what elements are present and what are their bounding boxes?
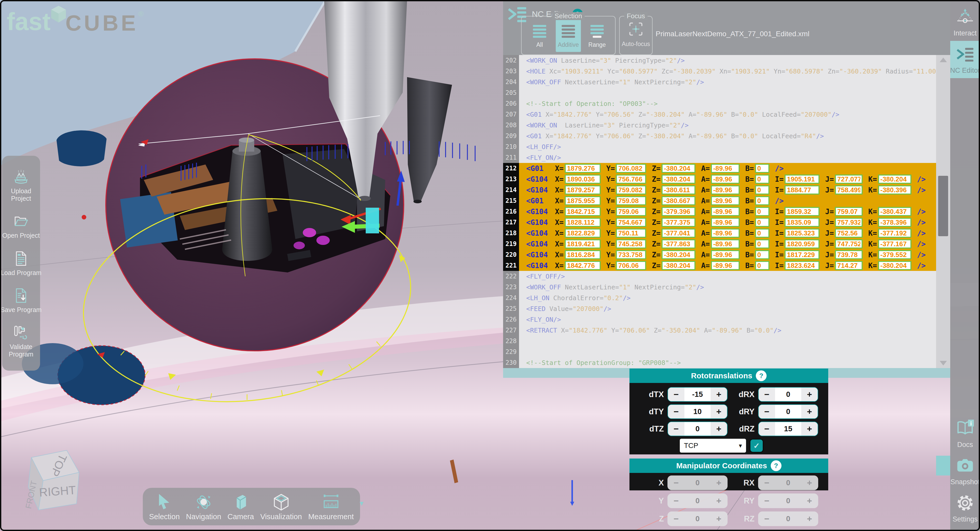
- tool-visualization[interactable]: Visualization: [260, 493, 302, 521]
- attribute-input-X-219[interactable]: [565, 239, 601, 249]
- code-line-221[interactable]: 221<G104X=Y=Z=A=B=I=J=K=/>: [503, 260, 936, 271]
- code-line-223[interactable]: 223<WORK_OFF NextLaserLine="1" NextPierc…: [503, 282, 936, 292]
- attribute-input-A-212[interactable]: [711, 164, 740, 173]
- button-open-project[interactable]: Open Project: [2, 213, 40, 239]
- stepper-value[interactable]: 0: [775, 405, 801, 418]
- attribute-input-Z-221[interactable]: [662, 261, 695, 270]
- code-line-213[interactable]: 213<G104X=Y=Z=A=B=I=J=K=/>: [503, 174, 936, 185]
- code-line-207[interactable]: 207<G01 X="1842.776" Y="706.56" Z="-380.…: [503, 109, 936, 120]
- attribute-input-J-218[interactable]: [835, 228, 863, 238]
- stepper-value[interactable]: 0: [775, 387, 801, 401]
- attribute-input-I-220[interactable]: [784, 250, 819, 259]
- help-icon[interactable]: ?: [771, 460, 781, 471]
- scroll-up-arrow-icon[interactable]: [940, 57, 947, 62]
- attribute-input-X-218[interactable]: [565, 228, 601, 238]
- code-line-205[interactable]: 205: [503, 88, 936, 98]
- button-upload-project[interactable]: Upload Project: [11, 168, 31, 202]
- increment-button[interactable]: +: [711, 422, 727, 435]
- attribute-input-K-218[interactable]: [878, 228, 912, 238]
- increment-button[interactable]: +: [801, 405, 818, 418]
- button-validate-program[interactable]: Validate Program: [9, 324, 33, 358]
- attribute-input-Z-213[interactable]: [662, 174, 695, 184]
- attribute-input-B-217[interactable]: [755, 218, 769, 227]
- attribute-input-B-218[interactable]: [755, 228, 769, 238]
- attribute-input-Z-214[interactable]: [662, 185, 695, 195]
- increment-button[interactable]: +: [711, 405, 727, 418]
- code-line-217[interactable]: 217<G104X=Y=Z=A=B=I=J=K=/>: [503, 217, 936, 228]
- sidebar-item-nc-editor[interactable]: NC Editor: [950, 41, 980, 78]
- code-line-204[interactable]: 204<WORK_OFF NextLaserLine="1" NextPierc…: [503, 77, 936, 88]
- attribute-input-I-213[interactable]: [784, 174, 819, 184]
- decrement-button[interactable]: −: [759, 422, 775, 435]
- attribute-input-K-220[interactable]: [878, 250, 912, 259]
- attribute-input-Y-216[interactable]: [616, 207, 646, 216]
- attribute-input-A-217[interactable]: [711, 218, 740, 227]
- sidebar-item-snapshot[interactable]: Snapshot: [950, 452, 980, 490]
- code-line-229[interactable]: 229: [503, 346, 936, 357]
- code-line-220[interactable]: 220<G104X=Y=Z=A=B=I=J=K=/>: [503, 249, 936, 260]
- attribute-input-X-217[interactable]: [565, 218, 601, 227]
- attribute-input-Z-216[interactable]: [662, 207, 695, 216]
- attribute-input-K-217[interactable]: [878, 218, 912, 227]
- attribute-input-A-215[interactable]: [711, 196, 740, 205]
- attribute-input-J-213[interactable]: [835, 174, 863, 184]
- attribute-input-I-216[interactable]: [784, 207, 819, 216]
- stepper-value[interactable]: 10: [684, 405, 711, 418]
- code-line-227[interactable]: 227<RETRACT X="1842.776" Y="706.06" Z="-…: [503, 325, 936, 336]
- attribute-input-B-219[interactable]: [755, 239, 769, 249]
- sidebar-item-interact[interactable]: Interact: [950, 3, 980, 41]
- code-line-224[interactable]: 224<LH_ON ChordalError="0.2"/>: [503, 292, 936, 303]
- button-save-program[interactable]: Save Program: [0, 287, 41, 314]
- attribute-input-A-221[interactable]: [711, 261, 740, 270]
- code-line-230[interactable]: 230<!--Start of OperationGroup: "GRP008"…: [503, 357, 936, 368]
- code-line-212[interactable]: 212<G01X=Y=Z=A=B=/>: [503, 163, 936, 174]
- selection-mode-additive[interactable]: Additive: [556, 19, 581, 52]
- view-cube-front-label[interactable]: RIGHT: [39, 483, 76, 499]
- increment-button[interactable]: +: [801, 422, 818, 435]
- code-line-214[interactable]: 214<G104X=Y=Z=A=B=I=J=K=/>: [503, 185, 936, 195]
- scroll-down-arrow-icon[interactable]: [940, 361, 947, 365]
- attribute-input-B-214[interactable]: [755, 185, 769, 195]
- tool-measurement[interactable]: Measurement▾: [308, 493, 354, 521]
- attribute-input-B-221[interactable]: [755, 261, 769, 270]
- code-line-215[interactable]: 215<G01X=Y=Z=A=B=/>: [503, 195, 936, 206]
- attribute-input-I-221[interactable]: [784, 261, 819, 270]
- tool-camera[interactable]: Camera: [228, 493, 254, 521]
- stepper-value[interactable]: 0: [684, 422, 711, 435]
- tool-navigation[interactable]: Navigation: [186, 493, 221, 521]
- code-line-208[interactable]: 208<WORK_ON LaserLine="3" PiercingType="…: [503, 120, 936, 131]
- attribute-input-I-217[interactable]: [784, 218, 819, 227]
- attribute-input-Z-212[interactable]: [662, 164, 695, 173]
- stepper-value[interactable]: 15: [775, 422, 801, 435]
- attribute-input-Z-218[interactable]: [662, 228, 695, 238]
- attribute-input-I-214[interactable]: [784, 185, 819, 195]
- attribute-input-X-216[interactable]: [565, 207, 601, 216]
- code-scrollbar[interactable]: [936, 55, 950, 368]
- attribute-input-Y-220[interactable]: [616, 250, 646, 259]
- attribute-input-X-213[interactable]: [565, 174, 601, 184]
- attribute-input-J-217[interactable]: [835, 218, 863, 227]
- code-line-202[interactable]: 202<WORK_ON LaserLine="3" PiercingType="…: [503, 55, 936, 66]
- attribute-input-A-216[interactable]: [711, 207, 740, 216]
- attribute-input-J-214[interactable]: [835, 185, 863, 195]
- auto-focus-button[interactable]: Auto-focus: [620, 20, 652, 48]
- attribute-input-Z-215[interactable]: [662, 196, 695, 205]
- code-line-211[interactable]: 211<FLY_ON/>: [503, 152, 936, 163]
- increment-button[interactable]: +: [801, 387, 818, 401]
- view-cube[interactable]: TOP FRONT RIGHT: [18, 448, 82, 521]
- apply-button[interactable]: ✓: [749, 439, 764, 453]
- attribute-input-Z-219[interactable]: [662, 239, 695, 249]
- selection-mode-all[interactable]: All: [527, 19, 552, 52]
- reference-frame-select[interactable]: TCP ▾: [680, 439, 746, 453]
- attribute-input-J-221[interactable]: [835, 261, 863, 270]
- attribute-input-B-220[interactable]: [755, 250, 769, 259]
- attribute-input-J-220[interactable]: [835, 250, 863, 259]
- attribute-input-J-219[interactable]: [835, 239, 863, 249]
- attribute-input-Y-218[interactable]: [616, 228, 646, 238]
- attribute-input-X-214[interactable]: [565, 185, 601, 195]
- increment-button[interactable]: +: [711, 387, 727, 401]
- code-line-216[interactable]: 216<G104X=Y=Z=A=B=I=J=K=/>: [503, 206, 936, 217]
- attribute-input-A-213[interactable]: [711, 174, 740, 184]
- attribute-input-Y-214[interactable]: [616, 185, 646, 195]
- attribute-input-K-221[interactable]: [878, 261, 912, 270]
